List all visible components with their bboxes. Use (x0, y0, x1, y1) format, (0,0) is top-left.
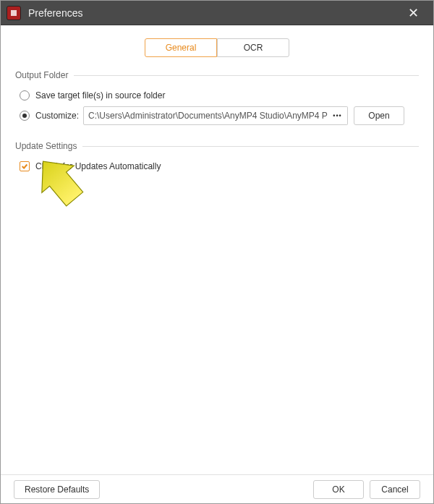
ok-button[interactable]: OK (313, 480, 364, 499)
window-title: Preferences (28, 7, 399, 19)
content-area: General OCR Output Folder Save target fi… (1, 25, 433, 474)
update-settings-group: Update Settings Check for Updates Automa… (15, 141, 419, 171)
radio-customize[interactable] (20, 111, 30, 121)
output-path-input[interactable]: C:\Users\Administrator\Documents\AnyMP4 … (83, 106, 329, 125)
close-icon[interactable]: ✕ (399, 1, 427, 25)
footer-bar: Restore Defaults OK Cancel (1, 474, 433, 503)
tab-bar: General OCR (15, 38, 419, 57)
radio-save-source[interactable] (20, 90, 30, 101)
tab-general[interactable]: General (145, 38, 217, 57)
check-icon (21, 163, 28, 170)
output-folder-legend: Output Folder (15, 70, 74, 80)
radio-save-source-label[interactable]: Save target file(s) in source folder (35, 90, 165, 101)
restore-defaults-button[interactable]: Restore Defaults (14, 480, 100, 499)
app-icon (7, 6, 21, 20)
ellipsis-icon: ••• (333, 112, 341, 119)
cancel-button[interactable]: Cancel (370, 480, 420, 499)
svg-rect-0 (11, 10, 17, 16)
divider (15, 75, 419, 76)
tab-ocr[interactable]: OCR (217, 38, 289, 57)
update-settings-legend: Update Settings (15, 141, 82, 151)
titlebar: Preferences ✕ (1, 1, 433, 25)
checkbox-auto-update[interactable] (20, 161, 30, 171)
output-folder-group: Output Folder Save target file(s) in sou… (15, 70, 419, 125)
open-button[interactable]: Open (354, 106, 404, 125)
browse-button[interactable]: ••• (328, 106, 348, 125)
checkbox-auto-update-label[interactable]: Check for Updates Automatically (35, 161, 161, 171)
radio-customize-label[interactable]: Customize: (35, 111, 79, 121)
